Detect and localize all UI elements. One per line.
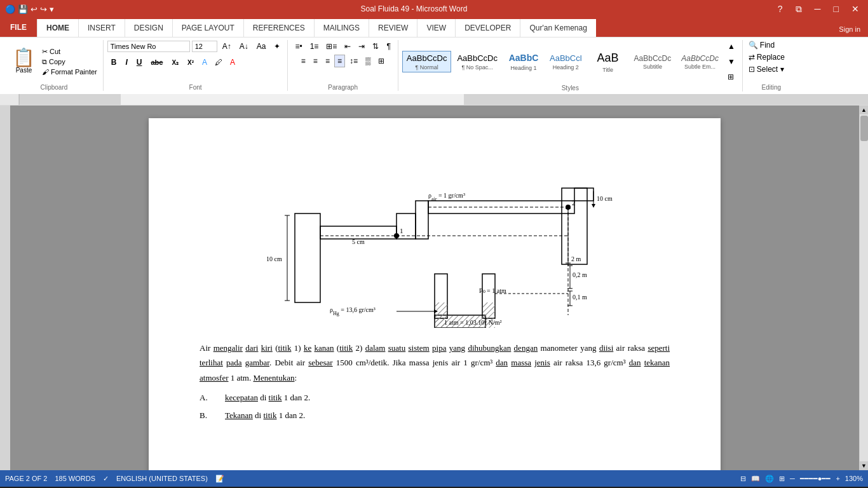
tab-design[interactable]: DESIGN xyxy=(125,19,172,37)
close-button[interactable]: ✕ xyxy=(848,3,863,16)
tab-home[interactable]: HOME xyxy=(37,19,78,37)
cut-button[interactable]: ✂ Cut xyxy=(40,47,99,57)
text-effects-button[interactable]: A xyxy=(199,56,210,69)
paragraph-content: ≡• 1≡ ⊞≡ ⇤ ⇥ ⇅ ¶ ≡ ≡ ≡ ≡ ↕≡ ▒ ⊞ xyxy=(292,40,393,83)
style-no-space[interactable]: AaBbCcDc ¶ No Spac... xyxy=(452,51,502,72)
style-heading2[interactable]: AaBbCcl Heading 2 xyxy=(545,51,587,72)
style-title[interactable]: AaB Title xyxy=(588,48,628,74)
ruler-horizontal xyxy=(19,94,868,105)
status-left: PAGE 2 OF 2 185 WORDS ✓ ENGLISH (UNITED … xyxy=(5,475,224,483)
tab-mailings[interactable]: MAILINGS xyxy=(314,19,369,37)
scroll-down-button[interactable]: ▼ xyxy=(860,461,869,470)
scroll-up-button[interactable]: ▲ xyxy=(860,105,869,114)
increase-indent-button[interactable]: ⇥ xyxy=(355,40,368,53)
font-name-input[interactable]: Times New Ro xyxy=(107,41,190,52)
multilevel-list-button[interactable]: ⊞≡ xyxy=(323,40,340,53)
list-text-b: Tekanan di titik 1 dan 2. xyxy=(225,408,305,423)
maximize-button[interactable]: □ xyxy=(830,3,843,16)
resize-button[interactable]: ⧉ xyxy=(792,3,806,16)
style-heading1[interactable]: AaBbC Heading 1 xyxy=(503,50,544,73)
change-case-button[interactable]: Aa xyxy=(254,40,269,53)
superscript-button[interactable]: X² xyxy=(184,57,198,68)
shading-button[interactable]: ▒ xyxy=(362,55,374,67)
help-button[interactable]: ? xyxy=(774,3,787,16)
svg-rect-7 xyxy=(416,201,428,239)
font-size-input[interactable]: 12 xyxy=(192,41,217,52)
web-layout-icon[interactable]: 🌐 xyxy=(765,475,774,483)
underline-button[interactable]: U xyxy=(133,56,146,69)
select-button[interactable]: ⊡ Select ▾ xyxy=(747,64,786,74)
sort-button[interactable]: ⇅ xyxy=(369,40,382,53)
style-subtle-em-label: Subtle Em... xyxy=(684,64,715,70)
font-row2: B I U abc X₂ X² A 🖊 A xyxy=(107,56,238,69)
style-no-space-preview: AaBbCcDc xyxy=(457,53,498,64)
strikethrough-button[interactable]: abc xyxy=(147,57,166,68)
style-subtitle-label: Subtitle xyxy=(643,64,662,70)
clear-formatting-button[interactable]: ✦ xyxy=(271,40,283,53)
tab-review[interactable]: REVIEW xyxy=(369,19,417,37)
borders-button[interactable]: ⊞ xyxy=(375,55,388,67)
minimize-button[interactable]: ─ xyxy=(811,3,825,16)
copy-button[interactable]: ⧉ Copy xyxy=(40,57,99,67)
redo-icon[interactable]: ↪ xyxy=(40,4,47,14)
align-right-button[interactable]: ≡ xyxy=(322,55,333,67)
undo-icon[interactable]: ↩ xyxy=(31,4,37,14)
styles-scroll-down[interactable]: ▼ xyxy=(724,55,738,68)
save-icon[interactable]: 💾 xyxy=(18,4,28,14)
window-controls[interactable]: ? ⧉ ─ □ ✕ xyxy=(774,3,863,16)
tab-view[interactable]: VIEW xyxy=(417,19,455,37)
italic-button[interactable]: I xyxy=(121,56,131,69)
decrease-indent-button[interactable]: ⇤ xyxy=(341,40,354,53)
svg-text:0,1 m: 0,1 m xyxy=(573,294,587,301)
justify-button[interactable]: ≡ xyxy=(334,55,345,67)
zoom-in-button[interactable]: + xyxy=(836,475,839,482)
font-color-button[interactable]: A xyxy=(227,56,238,69)
tab-quran[interactable]: Qur'an Kemenag xyxy=(520,19,595,37)
svg-text:2 m: 2 m xyxy=(571,255,581,262)
tab-page-layout[interactable]: PAGE LAYOUT xyxy=(172,19,243,37)
styles-scroll-up[interactable]: ▲ xyxy=(724,40,738,53)
tab-file[interactable]: FILE xyxy=(0,18,37,37)
word-count: 185 WORDS xyxy=(55,475,95,482)
align-center-button[interactable]: ≡ xyxy=(310,55,321,67)
svg-text:2: 2 xyxy=(572,199,576,207)
style-normal[interactable]: AaBbCcDc ¶ Normal xyxy=(402,51,452,72)
scrollbar-vertical[interactable]: ▲ ▼ xyxy=(859,105,868,470)
styles-more[interactable]: ⊞ xyxy=(724,71,738,83)
replace-button[interactable]: ⇄ Replace xyxy=(747,52,787,62)
tab-insert[interactable]: INSERT xyxy=(78,19,125,37)
format-painter-icon: 🖌 xyxy=(42,68,49,76)
style-subtitle[interactable]: AaBbCcDc Subtitle xyxy=(630,51,676,72)
page-area[interactable]: 1 2 ρair = 1 gr/cm³ 10 cm xyxy=(10,105,859,470)
scroll-thumb[interactable] xyxy=(860,116,868,141)
sign-in-link[interactable]: Sign in xyxy=(831,22,868,37)
style-title-preview: AaB xyxy=(597,50,619,66)
numbering-button[interactable]: 1≡ xyxy=(307,40,322,53)
view-icon[interactable]: ⊞ xyxy=(779,475,785,483)
subscript-button[interactable]: X₂ xyxy=(168,57,182,68)
show-formatting-button[interactable]: ¶ xyxy=(383,40,393,53)
zoom-slider[interactable]: ━━━━●━━ xyxy=(800,475,831,483)
tab-developer[interactable]: DEVELOPER xyxy=(455,19,520,37)
svg-text:0,2 m: 0,2 m xyxy=(573,271,587,278)
bullets-button[interactable]: ≡• xyxy=(292,40,305,53)
customize-icon[interactable]: ▾ xyxy=(50,4,54,14)
proofing-icon: ✓ xyxy=(103,475,109,483)
line-spacing-button[interactable]: ↕≡ xyxy=(346,55,361,67)
decrease-font-button[interactable]: A↓ xyxy=(236,40,252,53)
print-layout-icon[interactable]: ⊟ xyxy=(740,475,746,483)
format-painter-button[interactable]: 🖌 Format Painter xyxy=(40,67,99,76)
title-bar: 🔵 💾 ↩ ↪ ▾ Soal Fluida 49 - Microsoft Wor… xyxy=(0,0,868,18)
bold-button[interactable]: B xyxy=(107,56,121,69)
reading-view-icon[interactable]: 📖 xyxy=(751,475,760,483)
tab-references[interactable]: REFERENCES xyxy=(243,19,314,37)
paste-label: Paste xyxy=(16,67,32,74)
zoom-out-button[interactable]: ─ xyxy=(790,475,795,482)
increase-font-button[interactable]: A↑ xyxy=(219,40,234,53)
paste-button[interactable]: 📋 Paste xyxy=(9,48,39,75)
align-left-button[interactable]: ≡ xyxy=(298,55,309,67)
find-button[interactable]: 🔍 Find xyxy=(747,40,776,50)
svg-rect-6 xyxy=(397,214,416,239)
style-subtle-em[interactable]: AaBbCcDc Subtle Em... xyxy=(677,51,723,72)
text-highlight-button[interactable]: 🖊 xyxy=(212,56,226,69)
